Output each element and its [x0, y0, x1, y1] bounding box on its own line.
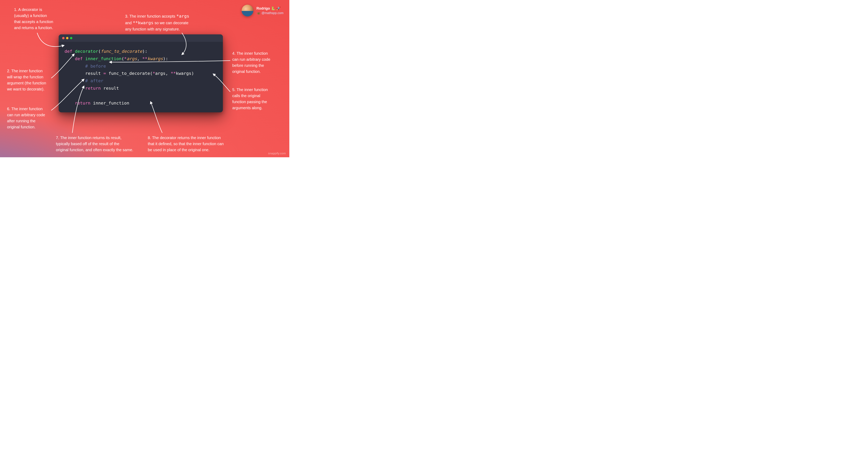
window-minimize-icon	[66, 37, 68, 39]
code-fn-decorator: decorator	[75, 49, 98, 54]
code-param-kwargs: kwargs	[147, 56, 163, 61]
annotation-line: that accepts a function	[14, 19, 53, 25]
annotation-text: so we can decorate	[153, 21, 188, 25]
annotation-line: function passing the	[232, 99, 268, 105]
annotation-line: will wrap the function	[7, 74, 46, 80]
code-punc: :	[145, 49, 147, 54]
code-name-result: result	[103, 86, 119, 91]
annotation-6: 6. The inner function can run arbitrary …	[7, 106, 45, 130]
window-close-icon	[62, 37, 64, 39]
annotation-line: original function.	[7, 124, 45, 130]
code-punc: (	[121, 56, 124, 61]
code-punc: (	[150, 71, 153, 76]
profile-handle: 🦋 @mathspp.com	[256, 11, 283, 15]
avatar	[242, 5, 253, 16]
code-punc: :	[165, 56, 168, 61]
annotation-line: be used in place of the original one.	[148, 147, 224, 153]
annotation-code: **kwargs	[133, 20, 153, 25]
annotation-line: 4. The inner function	[232, 50, 270, 57]
code-punc: ,	[165, 71, 168, 76]
annotation-1: 1. A decorator is (usually) a function t…	[14, 7, 53, 31]
diagram-canvas: Rodrigo 🐍 🚀 🦋 @mathspp.com 1. A decorato…	[0, 0, 289, 157]
code-star: *	[124, 56, 127, 61]
annotation-5: 5. The inner function calls the original…	[232, 87, 268, 111]
annotation-line: 8. The decorator returns the inner funct…	[148, 135, 224, 141]
code-name-result: result	[85, 71, 101, 76]
annotation-3: 3. The inner function accepts *args and …	[125, 13, 189, 32]
window-titlebar	[59, 34, 223, 42]
code-star: *	[153, 71, 155, 76]
code-args: args	[155, 71, 165, 76]
code-kwargs: kwargs	[176, 71, 191, 76]
annotation-line: after running the	[7, 118, 45, 124]
annotation-line: we want to decorate).	[7, 86, 46, 92]
code-comment-after: # after	[85, 78, 103, 83]
window-zoom-icon	[70, 37, 72, 39]
annotation-line: 5. The inner function	[232, 87, 268, 93]
author-profile: Rodrigo 🐍 🚀 🦋 @mathspp.com	[242, 5, 283, 16]
annotation-8: 8. The decorator returns the inner funct…	[148, 135, 224, 153]
code-kw-def: def	[64, 49, 72, 54]
code-punc: (	[98, 49, 101, 54]
code-fn-inner: inner_function	[85, 56, 121, 61]
annotation-line: (usually) a function	[14, 13, 53, 19]
annotation-line: original function.	[232, 69, 270, 75]
code-punc: ,	[137, 56, 140, 61]
code-star: **	[142, 56, 147, 61]
annotation-line: can run arbitrary code	[232, 57, 270, 63]
annotation-line: 1. A decorator is	[14, 7, 53, 13]
annotation-7: 7. The inner function returns its result…	[56, 135, 133, 153]
annotation-line: and **kwargs so we can decorate	[125, 20, 189, 26]
code-eq: =	[103, 71, 106, 76]
code-star: **	[170, 71, 176, 76]
annotation-text: 3. The inner function accepts	[125, 14, 176, 19]
annotation-code: *args	[176, 14, 189, 19]
annotation-line: calls the original	[232, 93, 268, 99]
annotation-line: that it defined, so that the inner funct…	[148, 141, 224, 147]
code-kw-return: return	[85, 86, 101, 91]
code-window: def decorator(func_to_decorate): def inn…	[59, 34, 223, 112]
code-kw-return: return	[75, 101, 90, 105]
code-kw-def: def	[75, 56, 83, 61]
code-body: def decorator(func_to_decorate): def inn…	[59, 42, 223, 112]
profile-name: Rodrigo 🐍 🚀	[256, 6, 283, 10]
code-comment-before: # before	[85, 64, 106, 69]
code-param-args: args	[127, 56, 137, 61]
annotation-text: and	[125, 21, 133, 25]
code-punc: )	[191, 71, 194, 76]
handle-text: @mathspp.com	[261, 11, 283, 15]
annotation-line: argument (the function	[7, 80, 46, 86]
annotation-line: arguments along.	[232, 105, 268, 111]
code-call-func: func_to_decorate	[108, 71, 150, 76]
watermark: snappify.com	[268, 151, 286, 155]
profile-text: Rodrigo 🐍 🚀 🦋 @mathspp.com	[256, 6, 283, 15]
annotation-line: and returns a function.	[14, 25, 53, 31]
code-name-inner: inner_function	[93, 101, 129, 105]
annotation-line: typically based off of the result of the	[56, 141, 133, 147]
annotation-line: 7. The inner function returns its result…	[56, 135, 133, 141]
annotation-line: before running the	[232, 63, 270, 69]
annotation-line: any function with any signature.	[125, 26, 189, 32]
code-punc: )	[142, 49, 145, 54]
annotation-line: 2. The inner function	[7, 68, 46, 74]
annotation-line: 3. The inner function accepts *args	[125, 13, 189, 20]
bluesky-icon: 🦋	[256, 11, 260, 15]
annotation-line: can run arbitrary code	[7, 112, 45, 118]
annotation-2: 2. The inner function will wrap the func…	[7, 68, 46, 92]
code-param-func: func_to_decorate	[101, 49, 142, 54]
annotation-4: 4. The inner function can run arbitrary …	[232, 50, 270, 75]
code-punc: )	[163, 56, 165, 61]
annotation-line: original function, and often exactly the…	[56, 147, 133, 153]
annotation-line: 6. The inner function	[7, 106, 45, 112]
